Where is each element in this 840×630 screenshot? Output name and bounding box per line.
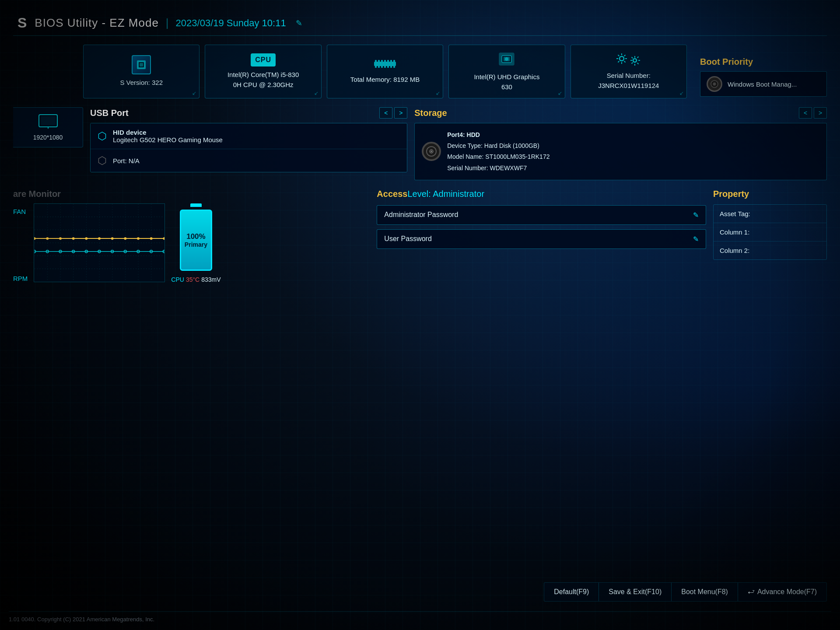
storage-next-button[interactable]: > [814, 107, 827, 119]
svg-point-14 [505, 57, 508, 61]
property-section: Property Asset Tag: Column 1: Column 2: [713, 189, 827, 287]
usb-item-0: ⬡ HID device Logitech G502 HERO Gaming M… [91, 123, 407, 149]
resolution-text: 1920*1080 [33, 134, 63, 141]
cpu-temp-display: CPU 35°C 833mV [171, 276, 220, 283]
brand-logo: S [18, 15, 28, 31]
admin-password-field[interactable]: Administrator Password ✎ [377, 205, 706, 225]
bios-version-card: S Version: 322 ↙ [83, 45, 200, 98]
cpu-voltage-value: 833mV [201, 276, 220, 283]
battery-nub [190, 203, 202, 207]
storage-nav-buttons: < > [799, 107, 827, 119]
svg-point-45 [124, 237, 127, 240]
card-corner-sn: ↙ [679, 90, 684, 96]
cpu-text: Intel(R) Core(TM) i5-830 0H CPU @ 2.30GH… [228, 70, 299, 90]
admin-password-edit-icon[interactable]: ✎ [693, 211, 699, 219]
battery-percentage: 100% [186, 232, 205, 241]
usb-item-0-text: HID device Logitech G502 HERO Gaming Mou… [113, 129, 223, 144]
svg-point-62 [714, 84, 715, 84]
usb-list: ⬡ HID device Logitech G502 HERO Gaming M… [90, 123, 407, 172]
admin-password-label: Administrator Password [384, 211, 458, 219]
svg-rect-5 [378, 60, 380, 68]
left-panel: 1920*1080 [13, 107, 83, 180]
fan-label: FAN [13, 208, 28, 215]
access-value: Level: Administrator [407, 189, 484, 199]
svg-rect-6 [381, 60, 383, 68]
svg-point-41 [72, 237, 75, 240]
svg-rect-10 [393, 60, 395, 68]
fan-graph [34, 203, 165, 282]
usb-nav-buttons: < > [379, 107, 407, 119]
battery-section: 100% Primary CPU 35°C 833mV [171, 203, 220, 283]
hdd-icon [422, 142, 441, 161]
storage-prev-button[interactable]: < [799, 107, 812, 119]
svg-point-39 [46, 237, 49, 240]
cpu-card: CPU Intel(R) Core(TM) i5-830 0H CPU @ 2.… [205, 45, 321, 98]
svg-point-43 [98, 237, 101, 240]
usb-item-1-text: Port: N/A [113, 157, 140, 164]
card-corner-mem: ↙ [436, 90, 440, 96]
usb-item-1: ⬡ Port: N/A [91, 149, 407, 172]
boot-disk-icon [707, 76, 722, 92]
bios-version-text: S Version: 322 [120, 78, 163, 88]
column1-item: Column 1: [714, 223, 826, 242]
svg-point-42 [85, 237, 88, 240]
user-password-edit-icon[interactable]: ✎ [693, 235, 699, 243]
svg-rect-7 [384, 60, 386, 68]
usb-symbol-1: ⬡ [98, 154, 107, 167]
access-section: AccessLevel: Administrator Administrator… [377, 189, 706, 287]
header-divider: | [166, 16, 169, 30]
svg-point-44 [111, 237, 114, 240]
user-password-label: User Password [384, 235, 431, 243]
serial-text: Serial Number: J3NRCX01W119124 [598, 71, 659, 91]
gpu-card: Intel(R) UHD Graphics 630 ↙ [448, 45, 565, 98]
datetime-edit-icon[interactable]: ✎ [296, 18, 302, 28]
user-password-field[interactable]: User Password ✎ [377, 229, 706, 249]
svg-point-23 [431, 151, 432, 152]
header-title: BIOS Utility - EZ Mode [35, 16, 159, 30]
asset-tag-item: Asset Tag: [714, 205, 826, 223]
cpu-temp-value: 35°C [186, 276, 200, 283]
boot-priority-title: Boot Priority [700, 57, 827, 67]
settings-icon [616, 52, 642, 67]
usb-port-section: USB Port < > ⬡ HID device Logitech G502 … [90, 107, 407, 180]
svg-point-48 [163, 237, 165, 240]
storage-section: Storage < > Port4: HDD Device Type: Hard [414, 107, 827, 180]
storage-details: Port4: HDD Device Type: Hard Disk (1000G… [447, 130, 550, 174]
display-icon [38, 114, 58, 131]
cpu-icon: CPU [251, 53, 276, 66]
usb-symbol-0: ⬡ [98, 130, 107, 142]
battery-body: 100% Primary [180, 210, 212, 271]
card-corner-gpu: ↙ [558, 90, 562, 96]
bios-chip-icon [132, 55, 151, 74]
svg-rect-2 [140, 63, 143, 66]
access-label: Access [377, 189, 407, 199]
storage-item: Port4: HDD Device Type: Hard Disk (1000G… [414, 123, 827, 180]
svg-point-38 [34, 237, 36, 240]
memory-icon [374, 58, 396, 71]
storage-section-title: Storage [414, 108, 447, 118]
boot-item-0-label: Windows Boot Manag... [728, 80, 797, 88]
property-title: Property [713, 189, 827, 199]
access-header: AccessLevel: Administrator [377, 189, 706, 199]
memory-text: Total Memory: 8192 MB [350, 75, 420, 85]
hardware-monitor-section: are Monitor FAN RPM [13, 189, 370, 287]
rpm-label: RPM [13, 275, 28, 282]
boot-item-0[interactable]: Windows Boot Manag... [700, 71, 827, 97]
svg-point-46 [137, 237, 140, 240]
svg-rect-4 [375, 60, 377, 68]
card-corner-cpu: ↙ [314, 90, 318, 96]
svg-rect-9 [390, 60, 392, 68]
svg-rect-18 [41, 116, 56, 125]
usb-prev-button[interactable]: < [379, 107, 392, 119]
column2-item: Column 2: [714, 242, 826, 259]
serial-number-card: Serial Number: J3NRCX01W119124 ↙ [570, 45, 687, 98]
gpu-icon [497, 51, 516, 69]
gpu-text: Intel(R) UHD Graphics 630 [474, 72, 539, 92]
boot-priority-section: Boot Priority Windows Boot Manag... [700, 57, 827, 97]
hw-monitor-title-partial: are Monitor [13, 189, 370, 199]
hw-monitor-content: FAN RPM [13, 203, 370, 287]
usb-next-button[interactable]: > [394, 107, 407, 119]
svg-point-47 [150, 237, 153, 240]
battery-label: Primary [185, 241, 207, 248]
header-datetime: 2023/03/19 Sunday 10:11 [176, 18, 286, 29]
